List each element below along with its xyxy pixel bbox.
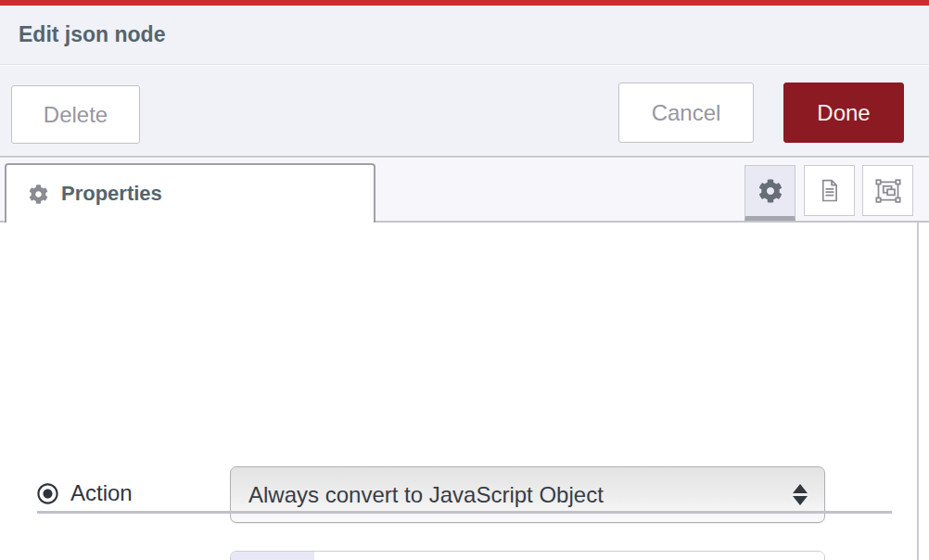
tab-button-appearance[interactable] (862, 165, 913, 216)
property-input[interactable] (314, 552, 824, 560)
document-icon (817, 178, 842, 203)
done-button[interactable]: Done (783, 83, 904, 143)
tab-button-properties[interactable] (744, 165, 795, 221)
delete-button[interactable]: Delete (11, 85, 140, 144)
cancel-button[interactable]: Cancel (618, 83, 754, 143)
appearance-icon (875, 178, 901, 204)
properties-form: Action Always convert to JavaScript Obje… (0, 223, 929, 560)
action-label-text: Action (70, 480, 133, 506)
property-input-group: msg. (230, 551, 825, 560)
gear-icon (29, 185, 48, 204)
action-select-value: Always convert to JavaScript Object (248, 482, 604, 508)
select-arrows-icon (793, 484, 808, 505)
dialog-toolbar: Delete Cancel Done (0, 66, 929, 158)
tab-properties-label: Properties (61, 182, 162, 206)
edit-json-node-dialog: Edit json node Delete Cancel Done Proper… (0, 0, 929, 560)
editor-tab-strip: Properties (0, 159, 929, 223)
gear-icon (758, 179, 783, 203)
dialog-title: Edit json node (0, 6, 929, 63)
dot-circle-icon (37, 483, 58, 504)
tab-properties[interactable]: Properties (5, 163, 375, 223)
msg-prefix-chip[interactable]: msg. (231, 552, 314, 560)
section-divider (37, 511, 892, 514)
content-right-border (917, 223, 919, 560)
action-select[interactable]: Always convert to JavaScript Object (230, 466, 825, 523)
action-label: Action (37, 479, 133, 507)
dialog-header: Edit json node (0, 6, 929, 65)
tab-button-description[interactable] (804, 165, 855, 216)
